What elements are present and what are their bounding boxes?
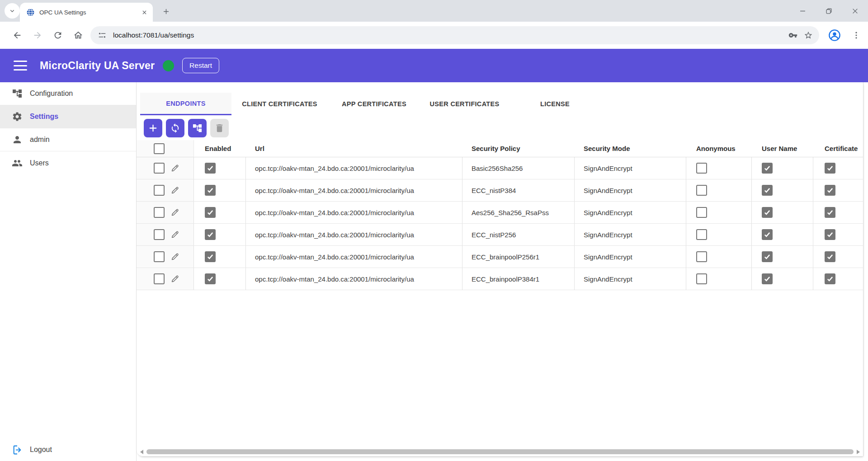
row-select-checkbox[interactable] [154, 185, 165, 196]
security-mode-value: SignAndEncrypt [584, 187, 632, 194]
window-restore-button[interactable] [816, 0, 842, 22]
tab-close-icon[interactable] [140, 8, 148, 16]
sync-icon [170, 123, 180, 133]
enabled-checkbox[interactable] [205, 207, 216, 218]
certificate-checkbox[interactable] [825, 207, 835, 218]
forward-button[interactable] [33, 30, 42, 40]
column-header-anonymous: Anonymous [686, 140, 752, 157]
sidebar-item-configuration[interactable]: Configuration [0, 82, 136, 105]
scrollbar-thumb[interactable] [146, 449, 854, 454]
trash-icon [214, 123, 225, 133]
menu-hamburger-icon[interactable] [14, 61, 27, 71]
tab-endpoints[interactable]: ENDPOINTS [140, 93, 231, 115]
browser-menu-icon[interactable] [852, 30, 861, 40]
row-select-checkbox[interactable] [154, 207, 165, 218]
edit-icon[interactable] [170, 185, 180, 195]
enabled-checkbox[interactable] [205, 185, 216, 196]
anonymous-checkbox[interactable] [696, 207, 707, 218]
window-close-button[interactable] [842, 0, 868, 22]
row-select-checkbox[interactable] [154, 273, 165, 284]
tab-client-certificates[interactable]: CLIENT CERTIFICATES [231, 93, 328, 115]
username-checkbox[interactable] [762, 229, 773, 240]
window-controls [789, 0, 868, 22]
reload-button[interactable] [53, 30, 63, 40]
enabled-checkbox[interactable] [205, 229, 216, 240]
sidebar-item-admin[interactable]: admin [0, 128, 136, 151]
username-checkbox[interactable] [762, 185, 773, 196]
column-header-security-mode: Security Mode [575, 140, 686, 157]
window-minimize-button[interactable] [789, 0, 816, 22]
security-policy-value: Aes256_Sha256_RsaPss [472, 209, 549, 216]
add-button[interactable] [144, 119, 162, 137]
row-select-checkbox[interactable] [154, 251, 165, 262]
bookmark-star-icon[interactable] [804, 31, 813, 40]
certificate-checkbox[interactable] [825, 251, 835, 262]
edit-icon[interactable] [170, 163, 180, 173]
security-policy-value: ECC_brainpoolP384r1 [472, 275, 539, 283]
url-text[interactable]: localhost:7081/ua/settings [113, 31, 782, 39]
url-value: opc.tcp://oakv-mtan_24.bdo.ca:20001/micr… [255, 231, 414, 239]
tab-label: APP CERTIFICATES [342, 100, 406, 108]
browser-profile-avatar[interactable] [828, 28, 841, 42]
column-header-url: Url [246, 140, 462, 157]
security-mode-value: SignAndEncrypt [584, 231, 632, 239]
site-settings-icon[interactable] [98, 31, 107, 40]
endpoints-toolbar [144, 119, 229, 137]
anonymous-checkbox[interactable] [696, 251, 707, 262]
enabled-checkbox[interactable] [205, 273, 216, 284]
tab-label: USER CERTIFICATES [430, 100, 500, 108]
sidebar-item-settings[interactable]: Settings [0, 105, 136, 128]
tab-user-certificates[interactable]: USER CERTIFICATES [420, 93, 509, 115]
back-button[interactable] [12, 30, 22, 40]
username-checkbox[interactable] [762, 163, 773, 174]
horizontal-scrollbar[interactable] [140, 449, 860, 455]
sidebar-item-label: Settings [30, 113, 58, 121]
url-value: opc.tcp://oakv-mtan_24.bdo.ca:20001/micr… [255, 209, 414, 216]
endpoints-table: Enabled Url Security Policy Security Mod… [137, 140, 863, 290]
new-tab-button[interactable] [159, 5, 173, 18]
scroll-right-arrow[interactable] [857, 450, 860, 454]
username-checkbox[interactable] [762, 251, 773, 262]
app-title: MicroClarity UA Server [40, 60, 155, 72]
certificate-checkbox[interactable] [825, 229, 835, 240]
server-status-indicator [163, 60, 174, 71]
tab-search-button[interactable] [5, 3, 20, 19]
row-select-checkbox[interactable] [154, 229, 165, 240]
enabled-checkbox[interactable] [205, 251, 216, 262]
url-value: opc.tcp://oakv-mtan_24.bdo.ca:20001/micr… [255, 275, 414, 283]
certificate-checkbox[interactable] [825, 273, 835, 284]
row-select-checkbox[interactable] [154, 163, 165, 174]
table-row: opc.tcp://oakv-mtan_24.bdo.ca:20001/micr… [137, 157, 863, 179]
edit-icon[interactable] [170, 274, 180, 284]
anonymous-checkbox[interactable] [696, 185, 707, 196]
restart-button[interactable]: Restart [182, 58, 219, 73]
edit-icon[interactable] [170, 230, 180, 240]
certificate-checkbox[interactable] [825, 163, 835, 174]
logout-icon [12, 444, 23, 456]
certificate-checkbox[interactable] [825, 185, 835, 196]
tab-app-certificates[interactable]: APP CERTIFICATES [328, 93, 420, 115]
edit-icon[interactable] [170, 207, 180, 217]
anonymous-checkbox[interactable] [696, 273, 707, 284]
enabled-checkbox[interactable] [205, 163, 216, 174]
password-key-icon[interactable] [788, 31, 797, 40]
refresh-button[interactable] [166, 119, 184, 137]
address-bar[interactable]: localhost:7081/ua/settings [90, 26, 819, 44]
endpoint-tree-button[interactable] [188, 119, 207, 137]
scroll-left-arrow[interactable] [140, 450, 143, 454]
security-mode-value: SignAndEncrypt [584, 165, 632, 172]
chevron-down-icon [9, 7, 16, 14]
select-all-checkbox[interactable] [154, 143, 165, 154]
anonymous-checkbox[interactable] [696, 229, 707, 240]
username-checkbox[interactable] [762, 273, 773, 284]
username-checkbox[interactable] [762, 207, 773, 218]
logout-button[interactable]: Logout [0, 438, 136, 461]
anonymous-checkbox[interactable] [696, 163, 707, 174]
column-header-certificate: Certificate [813, 140, 863, 157]
home-button[interactable] [73, 30, 83, 40]
tab-license[interactable]: LICENSE [509, 93, 601, 115]
edit-icon[interactable] [170, 252, 180, 262]
sidebar-item-users[interactable]: Users [0, 151, 136, 174]
app-header: MicroClarity UA Server Restart [0, 49, 868, 82]
browser-tab[interactable]: OPC UA Settings [20, 3, 153, 22]
